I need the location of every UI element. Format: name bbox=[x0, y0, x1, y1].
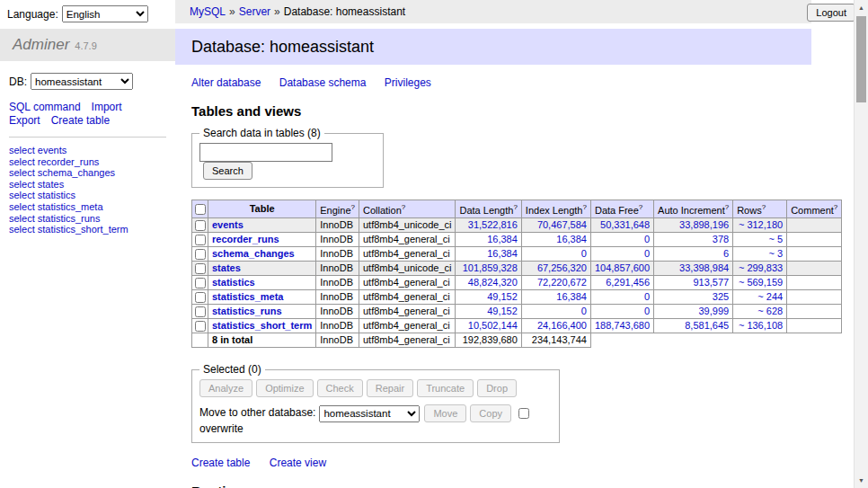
auto-increment-link[interactable]: 8,581,645 bbox=[685, 320, 729, 331]
doc-question-icon[interactable]: ? bbox=[582, 203, 586, 211]
index-length-link[interactable]: 70,467,584 bbox=[537, 219, 587, 230]
row-checkbox[interactable] bbox=[195, 235, 206, 245]
import-link[interactable]: Import bbox=[92, 101, 122, 113]
index-length-link[interactable]: 0 bbox=[581, 248, 587, 259]
row-checkbox[interactable] bbox=[195, 249, 206, 260]
alter-database-link[interactable]: Alter database bbox=[191, 76, 261, 89]
doc-question-icon[interactable]: ? bbox=[402, 203, 405, 211]
data-length-link[interactable]: 49,152 bbox=[487, 306, 518, 316]
sidebar-item-select-statistics-runs[interactable]: select statistics_runs bbox=[9, 213, 166, 225]
data-free-link[interactable]: 0 bbox=[644, 306, 650, 316]
rows-count-link[interactable]: ~ 136,108 bbox=[739, 320, 783, 331]
rows-count-link[interactable]: ~ 5 bbox=[769, 234, 784, 244]
table-name-link[interactable]: states bbox=[212, 262, 241, 273]
row-checkbox[interactable] bbox=[195, 306, 206, 317]
index-length-link[interactable]: 0 bbox=[581, 306, 587, 316]
language-select[interactable]: English bbox=[62, 5, 148, 22]
table-name-link[interactable]: statistics_short_term bbox=[212, 320, 312, 331]
table-name-link[interactable]: statistics bbox=[212, 277, 255, 288]
data-free-link[interactable]: 0 bbox=[644, 291, 650, 302]
db-select[interactable]: homeassistant bbox=[31, 73, 133, 90]
truncate-button[interactable]: Truncate bbox=[417, 379, 474, 397]
row-checkbox[interactable] bbox=[195, 220, 206, 231]
rows-count-link[interactable]: ~ 569,159 bbox=[739, 277, 783, 288]
auto-increment-link[interactable]: 325 bbox=[713, 291, 729, 302]
auto-increment-link[interactable]: 913,577 bbox=[693, 277, 729, 288]
repair-button[interactable]: Repair bbox=[367, 379, 413, 397]
data-length-link[interactable]: 16,384 bbox=[487, 248, 518, 259]
data-length-link[interactable]: 101,859,328 bbox=[463, 262, 518, 273]
data-length-link[interactable]: 10,502,144 bbox=[468, 320, 518, 331]
rows-count-link[interactable]: ~ 244 bbox=[757, 291, 783, 302]
create-view-link[interactable]: Create view bbox=[270, 457, 326, 469]
index-length-link[interactable]: 24,166,400 bbox=[537, 320, 587, 331]
table-name-link[interactable]: schema_changes bbox=[212, 248, 295, 259]
rows-count-link[interactable]: ~ 628 bbox=[757, 306, 783, 316]
auto-increment-link[interactable]: 33,898,196 bbox=[679, 219, 729, 230]
search-input[interactable] bbox=[199, 143, 332, 162]
doc-question-icon[interactable]: ? bbox=[639, 203, 642, 211]
search-button[interactable]: Search bbox=[203, 162, 252, 180]
sidebar-item-select-statistics-short-term[interactable]: select statistics_short_term bbox=[9, 224, 166, 235]
select-all-checkbox[interactable] bbox=[195, 204, 206, 215]
table-name-link[interactable]: statistics_meta bbox=[212, 291, 284, 302]
data-free-link[interactable]: 0 bbox=[644, 248, 650, 259]
create-table-link-sidebar[interactable]: Create table bbox=[51, 114, 110, 127]
create-table-link[interactable]: Create table bbox=[191, 457, 250, 469]
doc-question-icon[interactable]: ? bbox=[834, 203, 837, 211]
overwrite-checkbox[interactable] bbox=[518, 408, 529, 419]
sidebar-item-select-statistics-meta[interactable]: select statistics_meta bbox=[9, 201, 166, 213]
row-checkbox[interactable] bbox=[195, 263, 206, 274]
index-length-link[interactable]: 16,384 bbox=[556, 234, 587, 244]
breadcrumb-server-link[interactable]: Server bbox=[239, 5, 270, 18]
privileges-link[interactable]: Privileges bbox=[385, 76, 431, 89]
auto-increment-link[interactable]: 33,398,984 bbox=[679, 262, 729, 273]
data-free-link[interactable]: 104,857,600 bbox=[595, 262, 650, 273]
check-button[interactable]: Check bbox=[317, 379, 363, 397]
analyze-button[interactable]: Analyze bbox=[199, 379, 252, 397]
sidebar-item-select-statistics[interactable]: select statistics bbox=[9, 190, 166, 201]
breadcrumb-mysql-link[interactable]: MySQL bbox=[190, 5, 226, 18]
sidebar-item-select-recorder-runs[interactable]: select recorder_runs bbox=[9, 156, 166, 168]
index-length-link[interactable]: 72,220,672 bbox=[537, 277, 587, 288]
export-link[interactable]: Export bbox=[9, 114, 40, 127]
scroll-down-icon[interactable]: ▼ bbox=[855, 473, 868, 488]
copy-button[interactable]: Copy bbox=[470, 404, 511, 422]
index-length-link[interactable]: 16,384 bbox=[556, 291, 587, 302]
table-name-link[interactable]: recorder_runs bbox=[212, 234, 279, 244]
doc-question-icon[interactable]: ? bbox=[513, 203, 517, 211]
data-length-link[interactable]: 49,152 bbox=[487, 291, 518, 302]
doc-question-icon[interactable]: ? bbox=[725, 203, 729, 211]
logout-button[interactable]: Logout bbox=[807, 4, 855, 22]
index-length-link[interactable]: 67,256,320 bbox=[537, 262, 587, 273]
data-free-link[interactable]: 6,291,456 bbox=[606, 277, 650, 288]
rows-count-link[interactable]: ~ 312,180 bbox=[739, 219, 783, 230]
rows-count-link[interactable]: ~ 299,833 bbox=[739, 262, 783, 273]
data-length-link[interactable]: 48,824,320 bbox=[468, 277, 518, 288]
sidebar-item-select-events[interactable]: select events bbox=[9, 145, 166, 156]
drop-button[interactable]: Drop bbox=[477, 379, 517, 397]
sql-command-link[interactable]: SQL command bbox=[9, 101, 81, 113]
sidebar-item-select-states[interactable]: select states bbox=[9, 179, 166, 191]
doc-question-icon[interactable]: ? bbox=[762, 203, 766, 211]
move-db-select[interactable]: homeassistant bbox=[319, 405, 420, 422]
row-checkbox[interactable] bbox=[195, 278, 206, 288]
optimize-button[interactable]: Optimize bbox=[256, 379, 313, 397]
data-free-link[interactable]: 188,743,680 bbox=[595, 320, 650, 331]
data-length-link[interactable]: 16,384 bbox=[487, 234, 518, 244]
doc-question-icon[interactable]: ? bbox=[351, 203, 355, 211]
row-checkbox[interactable] bbox=[195, 292, 206, 303]
move-button[interactable]: Move bbox=[424, 404, 466, 422]
sidebar-item-select-schema-changes[interactable]: select schema_changes bbox=[9, 167, 166, 179]
row-checkbox[interactable] bbox=[195, 321, 206, 332]
auto-increment-link[interactable]: 6 bbox=[723, 248, 729, 259]
auto-increment-link[interactable]: 39,999 bbox=[699, 306, 730, 316]
database-schema-link[interactable]: Database schema bbox=[279, 76, 367, 89]
scrollbar[interactable]: ▲ ▼ bbox=[854, 0, 868, 488]
table-name-link[interactable]: statistics_runs bbox=[212, 306, 282, 316]
data-free-link[interactable]: 50,331,648 bbox=[600, 219, 650, 230]
data-free-link[interactable]: 0 bbox=[644, 234, 650, 244]
scrollbar-thumb[interactable] bbox=[856, 16, 866, 102]
rows-count-link[interactable]: ~ 3 bbox=[769, 248, 784, 259]
scroll-up-icon[interactable]: ▲ bbox=[855, 0, 868, 15]
